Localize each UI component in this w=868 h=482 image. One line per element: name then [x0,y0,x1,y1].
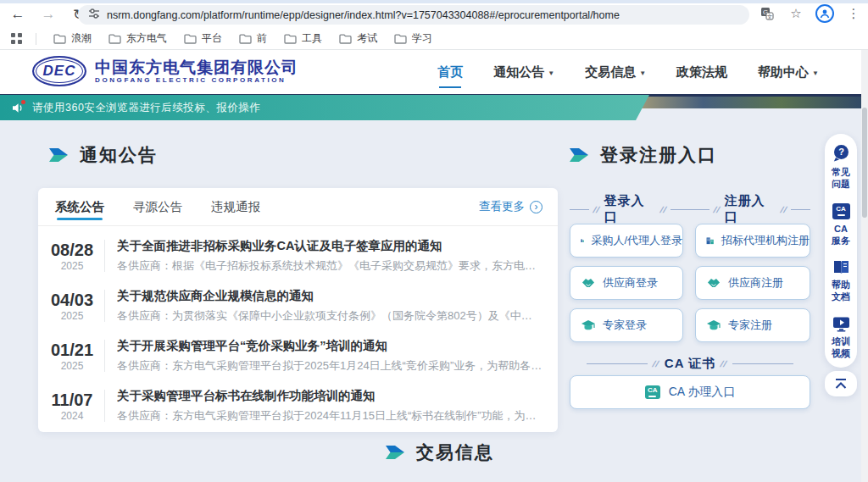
notice-tabs: 系统公告 寻源公告 违规通报 查看更多 › [38,188,558,226]
section-arrow-icon [49,148,68,162]
divider [104,240,105,272]
notice-row[interactable]: 04/032025 关于规范供应商企业规模信息的通知各供应商：为贯彻落实《保障中… [43,280,542,330]
ca-badge-icon: CA [832,203,850,219]
tab-violation-reports[interactable]: 违规通报 [209,189,262,225]
notice-list: 08/282025 关于全面推进非招标采购业务CA认证及电子签章应用的通知各供应… [38,226,558,430]
back-to-top-icon [833,378,849,390]
entry-buttons: 采购人/代理人登录 招标代理机构注册 供应商登录 供应商注册 专家登录 专家注册 [570,224,810,342]
view-more-link[interactable]: 查看更多 › [479,199,542,214]
svg-text:文: 文 [767,14,773,19]
dec-logo-icon: DEC [32,56,86,86]
company-logo[interactable]: DEC 中国东方电气集团有限公司 DONGFANG ELECTRIC CORPO… [32,56,298,86]
graduation-cap-icon [706,319,721,332]
floating-quickbar: ? 常见问题 CA CA服务 帮助文档 培训视频 [825,134,857,368]
svg-text:?: ? [838,147,844,157]
notice-summary: 各供应商：东方电气采购管理平台拟于2025年1月24日上线“竞价采购”业务，为帮… [117,358,542,374]
bookmark-folder[interactable]: 前 [232,30,274,47]
section-arrow-icon [570,148,588,162]
notice-date: 08/282025 [43,240,101,272]
bookmark-folder[interactable]: 东方电气 [102,30,174,47]
video-icon [832,316,850,332]
bookmark-folder[interactable]: 学习 [387,30,439,47]
browser-back-button[interactable]: ← [8,5,27,24]
tab-sourcing-notices[interactable]: 寻源公告 [131,189,184,225]
bookmark-folder[interactable]: 工具 [277,30,329,47]
help-docs-shortcut[interactable]: 帮助文档 [832,259,851,303]
supplier-login-button[interactable]: 供应商登录 [570,266,683,300]
notice-title[interactable]: 关于全面推进非招标采购业务CA认证及电子签章应用的通知 [117,238,542,254]
notice-summary: 各供应商：为贯彻落实《保障中小企业款项支付条例》（国务院令第802号）及《中小企… [117,308,542,324]
speaker-icon [12,102,25,114]
bookmark-label: 浪潮 [71,31,92,46]
divider [36,33,36,45]
scrollbar-thumb[interactable] [862,108,867,218]
bookmark-folder[interactable]: 平台 [177,30,229,47]
book-icon [832,259,850,275]
section-arrow-icon [386,446,404,459]
bookmark-label: 工具 [302,31,322,46]
site-header: DEC 中国东方电气集团有限公司 DONGFANG ELECTRIC CORPO… [0,50,868,94]
notice-summary: 各供应商：根据《电子招标投标系统技术规范》《电子采购交易规范》要求，东方电气采购… [117,258,542,274]
notice-title[interactable]: 关于规范供应商企业规模信息的通知 [117,288,542,304]
bookmarks-bar: 浪潮 东方电气 平台 前 工具 考试 学习 [0,28,868,50]
address-bar[interactable]: nsrm.dongfang.com/platform/runtime/epp/d… [78,5,749,25]
nav-help-center[interactable]: 帮助中心▼ [758,64,819,80]
ca-entry-button[interactable]: CA CA 办理入口 [570,375,810,409]
section-title: 登录注册入口 [600,143,717,167]
bookmark-folder[interactable]: 考试 [332,30,384,47]
handshake-icon [581,277,596,289]
main-nav: 首页 通知公告▼ 交易信息▼ 政策法规 帮助中心▼ [437,50,819,94]
page-scrollbar[interactable] [861,50,868,482]
section-title: 通知公告 [80,143,158,167]
tab-strip-edge [0,0,868,3]
divider [104,290,105,322]
expert-login-button[interactable]: 专家登录 [570,308,683,342]
nav-policies[interactable]: 政策法规 [676,64,727,80]
bookmark-label: 前 [257,31,267,46]
back-to-top-button[interactable] [825,371,857,396]
notices-card: 系统公告 寻源公告 违规通报 查看更多 › 08/282025 关于全面推进非招… [38,188,558,432]
notice-title[interactable]: 关于采购管理平台标书在线制作功能培训的通知 [117,388,542,404]
ca-service-shortcut[interactable]: CA CA服务 [832,203,851,247]
bookmark-label: 学习 [412,31,432,46]
notice-summary: 各供应商：东方电气采购管理平台拟于2024年11月15日上线“标书在线制作”功能… [117,408,542,424]
browser-forward-button[interactable]: → [39,5,58,24]
chrome-menu-icon[interactable]: ⋮ [844,4,863,23]
building-icon [706,234,715,247]
page-content: 通知公告 系统公告 寻源公告 违规通报 查看更多 › 08/282025 关于全… [0,120,868,482]
notice-row[interactable]: 01/212025 关于开展采购管理平台“竞价采购业务”培训的通知各供应商：东方… [43,330,542,380]
url-text[interactable]: nsrm.dongfang.com/platform/runtime/epp/d… [107,9,620,21]
question-bubble-icon: ? [832,144,850,163]
entry-group-headers: // 登录入口 // // 注册入口 // [570,193,810,225]
bookmark-star-icon[interactable]: ☆ [787,4,805,23]
purchaser-login-button[interactable]: 采购人/代理人登录 [570,224,683,258]
notice-row[interactable]: 11/072024 关于采购管理平台标书在线制作功能培训的通知各供应商：东方电气… [43,380,542,430]
bookmark-folder[interactable]: 浪潮 [47,30,98,47]
login-section-header: 登录注册入口 [570,143,717,167]
nav-home[interactable]: 首页 [437,64,463,80]
nav-trade-info[interactable]: 交易信息▼ [585,64,646,80]
bookmark-label: 考试 [357,31,377,46]
company-name-cn: 中国东方电气集团有限公司 [95,58,298,77]
faq-shortcut[interactable]: ? 常见问题 [832,144,851,191]
nav-notices[interactable]: 通知公告▼ [493,64,554,80]
site-settings-icon[interactable] [88,8,100,23]
profile-avatar[interactable] [815,4,834,23]
notice-row[interactable]: 08/282025 关于全面推进非招标采购业务CA认证及电子签章应用的通知各供应… [43,230,542,280]
login-group-header: // 登录入口 // [570,193,690,225]
trade-section-header: 交易信息 [386,440,494,464]
apps-grid-icon[interactable] [7,30,25,48]
expert-register-button[interactable]: 专家注册 [695,308,810,342]
training-videos-shortcut[interactable]: 培训视频 [832,316,851,360]
notice-date: 11/072024 [43,390,101,422]
notices-section-header: 通知公告 [49,143,158,167]
translate-icon[interactable]: G文 [758,4,776,23]
agency-register-button[interactable]: 招标代理机构注册 [695,224,810,258]
supplier-register-button[interactable]: 供应商注册 [695,266,810,300]
section-title: 交易信息 [416,440,494,464]
tab-system-notices[interactable]: 系统公告 [53,189,106,225]
notice-title[interactable]: 关于开展采购管理平台“竞价采购业务”培训的通知 [117,338,542,354]
handshake-icon [706,277,721,289]
chevron-down-icon: ▼ [639,69,646,77]
ca-badge-icon: CA [645,385,660,399]
